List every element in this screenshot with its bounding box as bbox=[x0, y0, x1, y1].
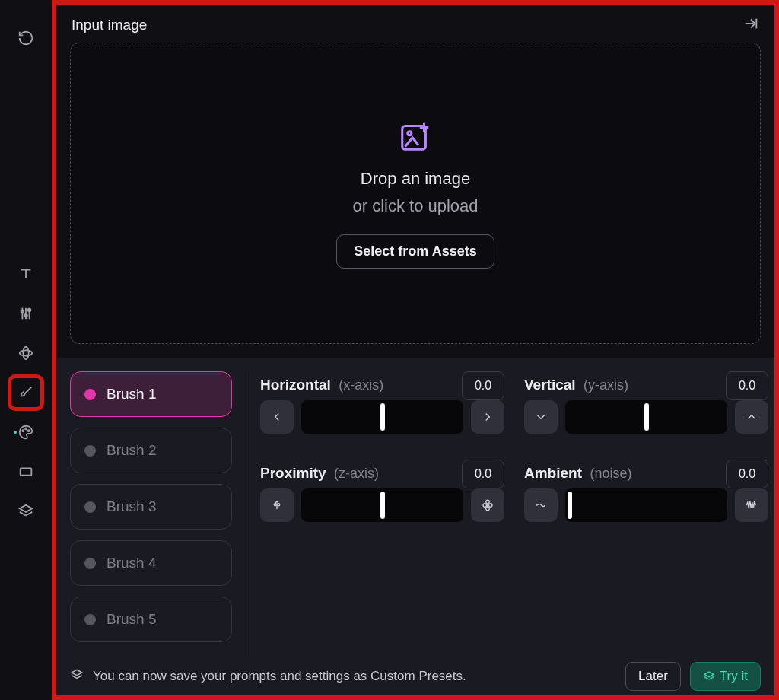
svg-point-10 bbox=[28, 430, 30, 431]
svg-rect-11 bbox=[21, 468, 32, 475]
ambient-slider[interactable] bbox=[565, 488, 727, 522]
brush-label: Brush 5 bbox=[107, 611, 156, 628]
arrow-down-icon[interactable] bbox=[524, 400, 558, 434]
svg-point-8 bbox=[22, 430, 24, 431]
brush-icon[interactable] bbox=[9, 376, 43, 409]
svg-point-19 bbox=[276, 504, 278, 505]
brush-list: Brush 1 Brush 2 Brush 3 Brush 4 Brush 5 bbox=[70, 371, 246, 695]
wave-high-icon[interactable] bbox=[735, 488, 768, 522]
brush-item-4[interactable]: Brush 4 bbox=[70, 540, 232, 586]
brush-item-5[interactable]: Brush 5 bbox=[70, 597, 232, 642]
controls-grid: Horizontal (x-axis) 0.0 Vertical bbox=[260, 371, 774, 695]
control-ambient: Ambient (noise) 0.0 bbox=[524, 460, 768, 537]
undo-icon[interactable] bbox=[9, 21, 43, 55]
svg-point-5 bbox=[28, 309, 31, 312]
collapse-icon[interactable] bbox=[742, 15, 759, 35]
ambient-value[interactable]: 0.0 bbox=[726, 460, 768, 488]
brush-dot-icon bbox=[84, 501, 96, 513]
palette-icon[interactable] bbox=[9, 415, 43, 449]
layers-icon bbox=[70, 668, 84, 686]
vertical-label: Vertical bbox=[524, 377, 576, 393]
brush-label: Brush 1 bbox=[107, 386, 156, 402]
svg-marker-26 bbox=[704, 672, 714, 677]
brush-dot-icon bbox=[84, 558, 96, 569]
brush-item-3[interactable]: Brush 3 bbox=[70, 484, 232, 530]
control-horizontal: Horizontal (x-axis) 0.0 bbox=[260, 371, 504, 449]
vertical-slider[interactable] bbox=[565, 400, 727, 434]
svg-point-9 bbox=[25, 428, 27, 430]
svg-point-24 bbox=[487, 504, 489, 507]
brush-label: Brush 4 bbox=[107, 555, 156, 571]
svg-point-7 bbox=[23, 347, 28, 360]
brush-controls-panel: Brush 1 Brush 2 Brush 3 Brush 4 Brush 5 bbox=[56, 358, 774, 695]
svg-marker-12 bbox=[20, 505, 33, 512]
horizontal-slider[interactable] bbox=[301, 400, 463, 434]
ambient-sublabel: (noise) bbox=[590, 466, 631, 481]
proximity-value[interactable]: 0.0 bbox=[462, 460, 504, 488]
vertical-value[interactable]: 0.0 bbox=[726, 371, 768, 400]
try-it-button[interactable]: Try it bbox=[690, 662, 761, 691]
dropzone-text-1: Drop an image bbox=[361, 169, 470, 189]
text-icon[interactable] bbox=[9, 257, 43, 291]
proximity-label: Proximity bbox=[260, 465, 326, 481]
svg-point-23 bbox=[486, 507, 490, 511]
svg-marker-25 bbox=[72, 670, 82, 676]
svg-point-15 bbox=[408, 131, 412, 135]
select-from-assets-button[interactable]: Select from Assets bbox=[336, 234, 494, 269]
brush-item-2[interactable]: Brush 2 bbox=[70, 428, 232, 473]
brush-dot-icon bbox=[84, 445, 96, 457]
horizontal-label: Horizontal bbox=[260, 377, 331, 393]
try-it-label: Try it bbox=[720, 669, 748, 684]
upload-image-icon bbox=[398, 119, 433, 157]
main-panel: Input image Drop an image or click to up… bbox=[52, 0, 779, 700]
svg-point-6 bbox=[20, 350, 33, 355]
preset-toast: You can now save your prompts and settin… bbox=[56, 657, 774, 695]
image-dropzone[interactable]: Drop an image or click to upload Select … bbox=[70, 43, 761, 344]
dropzone-text-2: or click to upload bbox=[352, 196, 478, 216]
vertical-sublabel: (y-axis) bbox=[583, 377, 628, 393]
svg-point-4 bbox=[24, 314, 27, 317]
brush-label: Brush 3 bbox=[107, 498, 156, 515]
flower-small-icon[interactable] bbox=[260, 488, 294, 522]
svg-point-3 bbox=[21, 310, 24, 313]
rectangle-icon[interactable] bbox=[9, 455, 43, 488]
flower-large-icon[interactable] bbox=[471, 488, 504, 522]
control-proximity: Proximity (z-axis) 0.0 bbox=[260, 460, 504, 537]
toast-text: You can now save your prompts and settin… bbox=[93, 669, 466, 684]
sidebar bbox=[0, 0, 52, 700]
layers-icon[interactable] bbox=[9, 495, 43, 528]
brush-item-1[interactable]: Brush 1 bbox=[70, 371, 232, 417]
panel-header: Input image bbox=[56, 5, 774, 43]
brush-label: Brush 2 bbox=[107, 442, 156, 459]
horizontal-value[interactable]: 0.0 bbox=[462, 371, 504, 400]
proximity-slider[interactable] bbox=[301, 488, 463, 522]
brush-dot-icon bbox=[84, 389, 96, 400]
wave-flat-icon[interactable] bbox=[524, 488, 558, 522]
proximity-sublabel: (z-axis) bbox=[334, 466, 379, 481]
arrow-up-icon[interactable] bbox=[735, 400, 768, 434]
arrow-right-icon[interactable] bbox=[471, 400, 504, 434]
sliders-icon[interactable] bbox=[9, 297, 43, 330]
control-vertical: Vertical (y-axis) 0.0 bbox=[524, 371, 768, 449]
panel-title: Input image bbox=[72, 17, 147, 33]
brush-dot-icon bbox=[84, 614, 96, 625]
ambient-label: Ambient bbox=[524, 465, 582, 481]
horizontal-sublabel: (x-axis) bbox=[339, 377, 383, 393]
rotate-3d-icon[interactable] bbox=[9, 336, 43, 370]
later-button[interactable]: Later bbox=[625, 662, 681, 691]
svg-point-20 bbox=[486, 500, 490, 504]
arrow-left-icon[interactable] bbox=[260, 400, 294, 434]
